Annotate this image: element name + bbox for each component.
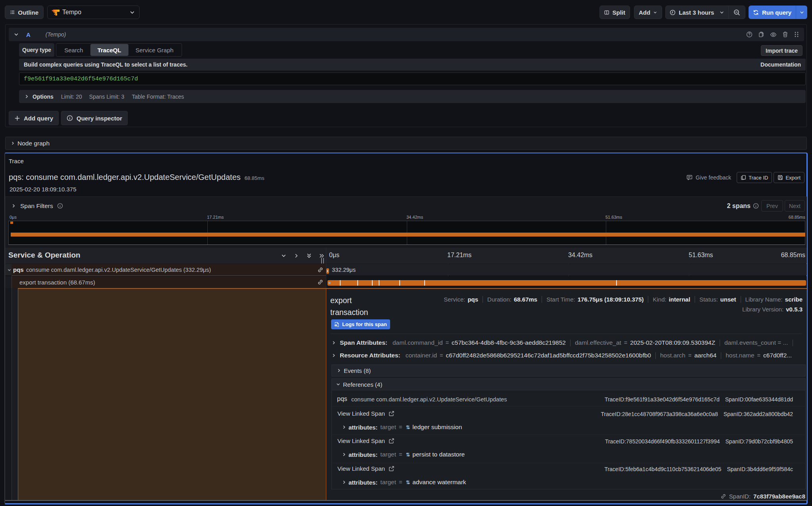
svg-text:LOG: LOG [335, 325, 338, 326]
